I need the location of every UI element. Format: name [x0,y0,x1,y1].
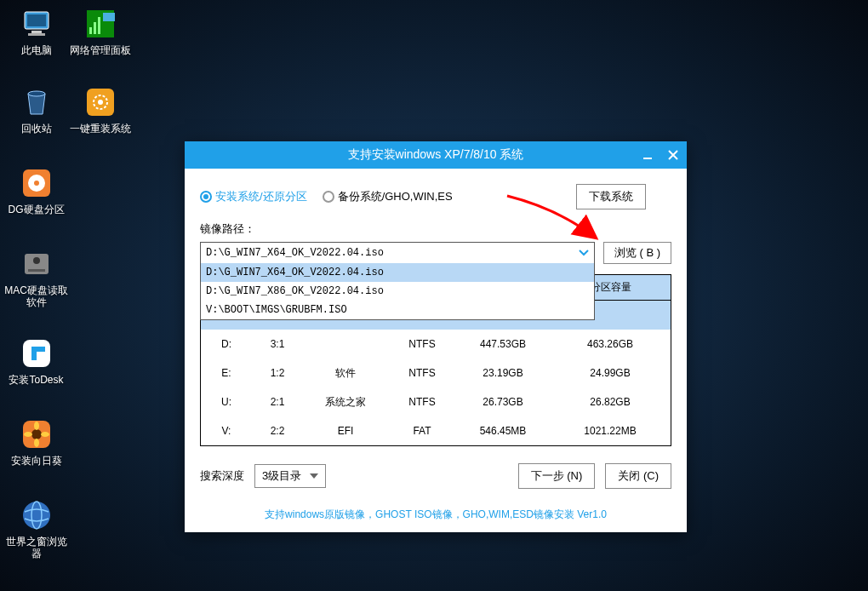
desktop-icon-label: DG硬盘分区 [4,204,68,215]
download-system-button[interactable]: 下载系统 [576,184,646,209]
svg-rect-8 [103,13,115,21]
desktop-icon-network-panel[interactable]: 网络管理面板 [68,7,132,56]
svg-point-9 [28,91,45,96]
svg-rect-5 [89,27,92,34]
reinstall-icon [83,85,117,119]
desktop-icon-label: 网络管理面板 [68,44,132,56]
desktop-icon-reinstall[interactable]: 一键重装系统 [68,85,132,135]
image-path-combobox[interactable]: D:\G_WIN7_X64_OK_V2022.04.iso [200,242,595,264]
installer-window: 支持安装windows XP/7/8/10 系统 安装系统/还原分区 备份系统/… [185,141,687,532]
svg-rect-7 [98,17,100,34]
close-button-bottom[interactable]: 关闭 (C) [605,463,671,489]
desktop-icon-mac-disk[interactable]: MAC硬盘读取软件 [4,247,68,309]
radio-label: 安装系统/还原分区 [215,189,307,204]
desktop-icon-label: MAC硬盘读取软件 [4,284,68,309]
desktop-icon-recycle-bin[interactable]: 回收站 [4,85,68,135]
recycle-bin-icon [20,85,54,119]
dropdown-option[interactable]: D:\G_WIN7_X64_OK_V2022.04.iso [201,263,594,282]
svg-rect-1 [27,14,46,26]
select-value: 3级目录 [262,468,301,484]
window-title: 支持安装windows XP/7/8/10 系统 [348,147,524,163]
dropdown-option[interactable]: V:\BOOT\IMGS\GRUBFM.ISO [201,301,594,319]
svg-point-23 [34,439,39,447]
radio-backup[interactable]: 备份系统/GHO,WIN,ES [323,189,453,204]
table-row[interactable]: U: 2:1 系统之家 NTFS 26.73GB 26.82GB [201,387,671,416]
network-panel-icon [83,7,117,41]
minimize-button[interactable] [641,148,654,162]
search-depth-label: 搜索深度 [200,468,244,484]
disk-partition-icon [20,166,54,200]
svg-point-12 [98,100,103,105]
browse-button[interactable]: 浏览 ( B ) [603,242,671,264]
image-path-dropdown: D:\G_WIN7_X64_OK_V2022.04.iso D:\G_WIN7_… [200,263,595,320]
svg-rect-6 [94,22,96,34]
mac-disk-icon [20,247,54,281]
table-row[interactable]: V: 2:2 EFI FAT 546.45MB 1021.22MB [201,416,671,445]
desktop-icon-label: 回收站 [4,123,68,135]
globe-icon [20,498,54,532]
desktop-icon-label: 此电脑 [4,44,68,56]
todesk-icon [20,336,54,370]
svg-point-21 [31,429,42,439]
chevron-down-icon [310,473,318,479]
svg-point-25 [41,432,49,437]
table-row[interactable]: D: 3:1 NTFS 447.53GB 463.26GB [201,330,671,359]
titlebar[interactable]: 支持安装windows XP/7/8/10 系统 [185,141,687,169]
desktop-icon-label: 安装向日葵 [4,455,68,467]
desktop-icon-browser[interactable]: 世界之窗浏览器 [4,498,68,560]
svg-point-15 [34,181,39,186]
footer-text: 支持windows原版镜像，GHOST ISO镜像，GHO,WIM,ESD镜像安… [185,499,687,532]
combo-value: D:\G_WIN7_X64_OK_V2022.04.iso [206,247,384,259]
desktop-icon-label: 世界之窗浏览器 [4,536,68,560]
svg-rect-3 [28,33,45,36]
dropdown-option[interactable]: D:\G_WIN7_X86_OK_V2022.04.iso [201,282,594,301]
mode-radio-group: 安装系统/还原分区 备份系统/GHO,WIN,ES [200,189,453,204]
svg-point-24 [24,432,32,437]
desktop-icon-this-pc[interactable]: 此电脑 [4,7,68,56]
desktop-icon-dg-partition[interactable]: DG硬盘分区 [4,166,68,215]
desktop-icon-sunflower[interactable]: 安装向日葵 [4,417,68,467]
table-row[interactable]: E: 1:2 软件 NTFS 23.19GB 24.99GB [201,359,671,387]
next-button[interactable]: 下一步 (N) [518,463,596,489]
desktop-icon-label: 一键重装系统 [68,123,132,135]
svg-point-22 [34,422,39,430]
radio-install-restore[interactable]: 安装系统/还原分区 [200,189,307,204]
close-button[interactable] [666,148,680,162]
svg-rect-18 [28,269,45,272]
desktop-icon-todesk[interactable]: 安装ToDesk [4,336,68,386]
svg-point-26 [23,502,50,529]
svg-point-17 [33,257,40,264]
search-depth-select[interactable]: 3级目录 [254,464,326,488]
chevron-down-icon [579,250,589,256]
sunflower-icon [20,417,54,451]
desktop-icon-label: 安装ToDesk [4,374,68,386]
svg-rect-28 [643,158,652,159]
computer-icon [20,7,54,41]
svg-rect-2 [31,31,42,33]
image-path-label: 镜像路径： [200,221,671,237]
radio-label: 备份系统/GHO,WIN,ES [338,189,453,204]
